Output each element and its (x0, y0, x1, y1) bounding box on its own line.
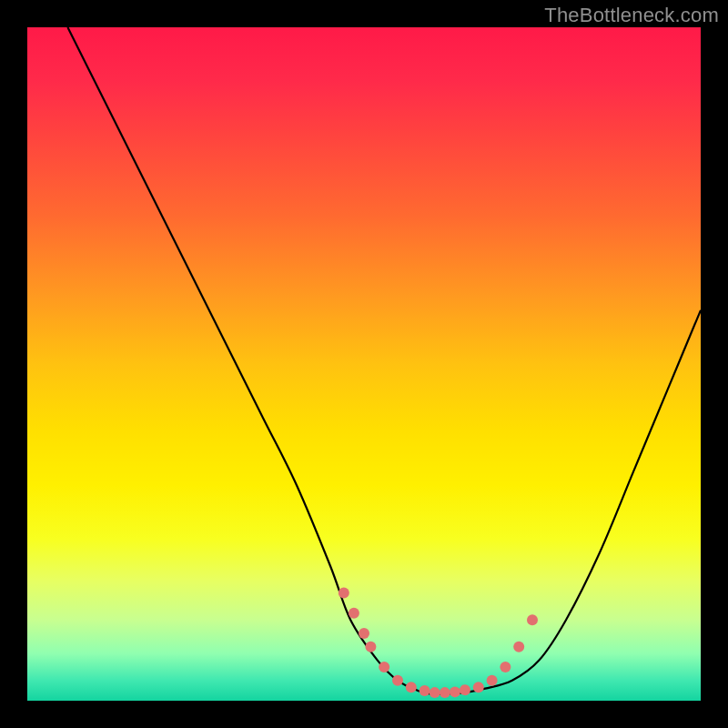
plot-area (27, 27, 701, 701)
highlight-dot (473, 682, 484, 693)
highlight-dot (487, 675, 498, 686)
highlight-dot (420, 685, 430, 696)
highlight-dot (460, 684, 470, 695)
highlight-dot (359, 628, 369, 639)
curve-layer (27, 27, 701, 701)
highlight-dot (440, 687, 450, 698)
bottleneck-curve (67, 27, 701, 694)
highlight-dot (513, 642, 524, 652)
highlight-dot (430, 687, 440, 698)
watermark-text: TheBottleneck.com (544, 4, 719, 27)
highlight-dot (339, 588, 349, 599)
highlight-dot (349, 608, 359, 619)
highlight-dot (365, 642, 376, 652)
highlight-dot (392, 675, 403, 686)
highlight-dot (406, 682, 417, 693)
chart-frame: TheBottleneck.com (0, 0, 728, 728)
highlight-dot (379, 662, 389, 672)
highlight-dot (500, 662, 511, 672)
highlight-dot (527, 614, 538, 625)
highlight-dot (450, 686, 460, 697)
